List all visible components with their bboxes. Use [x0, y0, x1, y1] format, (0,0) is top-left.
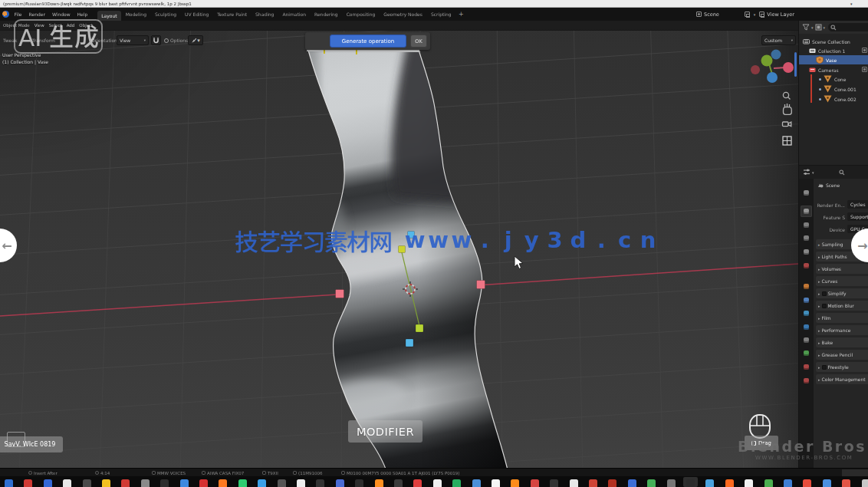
properties-tab-texture[interactable] — [801, 375, 812, 387]
taskbar-app-icon[interactable] — [238, 479, 247, 487]
taskbar-app-icon[interactable] — [316, 479, 324, 487]
section-film[interactable]: ▸Film — [816, 313, 868, 323]
properties-tab-modifiers[interactable] — [801, 295, 812, 306]
window-menu-icon[interactable]: ▾ — [850, 2, 853, 6]
taskbar-app-icon[interactable] — [452, 479, 461, 487]
axis-gizmo[interactable] — [751, 50, 794, 84]
decor-path[interactable] — [803, 25, 809, 30]
tab-uv-editing[interactable]: UV Editing — [181, 9, 213, 19]
tab-layout[interactable]: Layout — [97, 11, 121, 21]
taskbar-app-icon[interactable] — [764, 479, 773, 487]
visibility-icon[interactable] — [862, 48, 867, 53]
section-simplify[interactable]: ▸Simplify — [816, 288, 868, 298]
outliner-row-scene-collection[interactable]: Scene Collection — [799, 37, 868, 46]
scene-selector[interactable]: Scene — [694, 12, 719, 18]
taskbar-app-icon[interactable] — [550, 479, 558, 487]
filter-caret-icon[interactable]: ▾ — [811, 25, 814, 30]
tab-sculpting[interactable]: Sculpting — [150, 9, 180, 19]
visibility-icon[interactable] — [862, 67, 867, 72]
taskbar-app-icon[interactable] — [102, 479, 110, 487]
outliner-row-vase[interactable]: Vase — [799, 55, 868, 64]
taskbar-app-icon[interactable] — [44, 479, 52, 487]
section-checkbox[interactable] — [822, 304, 827, 308]
outliner-row-collection[interactable]: Collection 1 — [799, 46, 868, 55]
properties-tab-world[interactable] — [801, 260, 812, 271]
ortho-toggle-icon[interactable] — [781, 135, 794, 147]
properties-tab-render[interactable] — [801, 206, 812, 217]
camera-view-icon[interactable] — [783, 122, 791, 127]
decor-circle[interactable] — [804, 173, 807, 175]
section-curves[interactable]: ▸Curves — [816, 276, 868, 286]
gizmo-handle-x-right[interactable] — [477, 281, 485, 289]
taskbar-app-icon[interactable] — [842, 479, 850, 487]
taskbar-app-icon[interactable] — [433, 479, 442, 487]
decor-circle[interactable] — [783, 92, 788, 97]
section-motion-blur[interactable]: ▸Motion Blur — [816, 301, 868, 311]
tab-shading[interactable]: Shading — [252, 9, 278, 19]
decor-circle[interactable] — [840, 170, 843, 173]
taskbar-app-icon[interactable] — [531, 479, 539, 487]
tab-compositing[interactable]: Compositing — [342, 9, 380, 19]
tab-modeling[interactable]: Modeling — [121, 9, 150, 19]
properties-tab-output[interactable] — [801, 219, 812, 231]
tab-rendering[interactable]: Rendering — [311, 9, 343, 19]
section-bake[interactable]: ▸Bake — [816, 337, 868, 347]
taskbar-app-icon[interactable] — [394, 479, 403, 487]
taskbar-app-icon[interactable] — [784, 479, 792, 487]
taskbar-app-icon[interactable] — [823, 479, 831, 487]
field-value-feature-set[interactable]: Supported — [847, 212, 868, 221]
properties-tab-object[interactable] — [801, 281, 812, 292]
zoom-tool-icon[interactable] — [783, 92, 790, 99]
section-performance[interactable]: ▸Performance — [816, 325, 868, 335]
decor-rect[interactable] — [356, 49, 357, 54]
taskbar-app-icon[interactable] — [628, 479, 636, 487]
outliner-search-input[interactable] — [828, 23, 868, 31]
outliner-row-cone-2[interactable]: Cone.001 — [799, 84, 868, 94]
taskbar-app-icon[interactable] — [355, 479, 363, 487]
section-volumes[interactable]: ▸Volumes — [816, 264, 868, 274]
taskbar-app-icon[interactable] — [63, 479, 71, 487]
gizmo-handle-z-bottom[interactable] — [406, 339, 413, 347]
menu-render[interactable]: Render — [25, 10, 48, 18]
axis-y-ball[interactable] — [761, 55, 773, 67]
properties-tab-material[interactable] — [801, 361, 812, 373]
taskbar-app-icon[interactable] — [199, 479, 208, 487]
proportional-edit-group[interactable]: Options — [164, 38, 188, 43]
taskbar-app-icon[interactable] — [511, 479, 519, 487]
taskbar-app-icon[interactable] — [705, 479, 714, 487]
properties-tab-physics[interactable] — [801, 321, 812, 333]
outliner-row-cone-3[interactable]: Cone.002 — [799, 94, 868, 104]
decor-circle[interactable] — [807, 169, 809, 172]
taskbar-app-icon[interactable] — [219, 479, 227, 487]
taskbar-app-icon[interactable] — [121, 479, 130, 487]
axis-z-neg-ball[interactable] — [771, 50, 781, 60]
orientation-dropdown[interactable]: View ▾ — [117, 35, 149, 45]
tab-texture-paint[interactable]: Texture Paint — [213, 9, 252, 19]
outliner-row-cameras[interactable]: Cameras — [799, 65, 868, 74]
menu-window[interactable]: Window — [48, 10, 74, 18]
tab-scripting[interactable]: Scripting — [426, 9, 455, 19]
taskbar-app-icon[interactable] — [745, 479, 753, 487]
properties-tab-tool[interactable] — [801, 187, 812, 199]
section-checkbox[interactable] — [822, 291, 827, 296]
view-layer-selector[interactable]: View Layer — [757, 12, 794, 18]
section-checkbox[interactable] — [822, 365, 827, 370]
section-grease-pencil[interactable]: ▸Grease Pencil — [816, 350, 868, 360]
taskbar-app-icon[interactable] — [647, 479, 656, 487]
decor-path[interactable] — [784, 107, 792, 115]
taskbar-app-icon[interactable] — [297, 479, 305, 487]
gizmo-handle-x-left[interactable] — [336, 290, 344, 298]
section-color-management[interactable]: ▸Color Management — [816, 374, 868, 384]
filter-funnel-icon[interactable] — [802, 24, 810, 31]
brush-dropdown[interactable]: ▾ — [188, 35, 203, 45]
axis-x-neg-ball[interactable] — [751, 65, 760, 74]
taskbar-app-icon[interactable] — [862, 479, 868, 487]
taskbar-app-icon[interactable] — [258, 479, 266, 487]
taskbar-app-icon[interactable] — [141, 479, 150, 487]
taskbar-app-icon[interactable] — [413, 479, 422, 487]
properties-tab-scene[interactable] — [801, 246, 812, 258]
taskbar-app-icon[interactable] — [472, 479, 481, 487]
sidebar-tab[interactable] — [794, 52, 797, 77]
taskbar-app-icon[interactable] — [375, 479, 383, 487]
scene-caret-icon[interactable]: ▾ — [754, 12, 756, 17]
